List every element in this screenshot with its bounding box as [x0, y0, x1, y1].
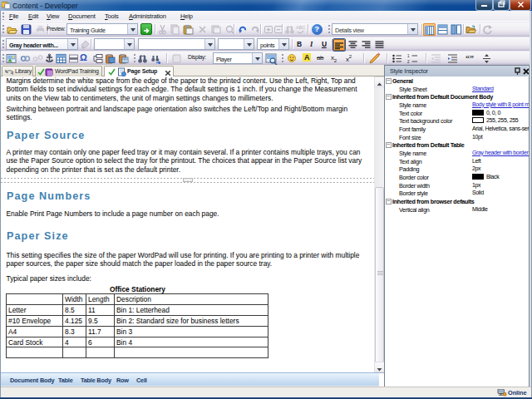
svg-text:ABC: ABC — [296, 25, 305, 30]
svg-text:1: 1 — [407, 54, 410, 58]
svg-text:”: ” — [470, 54, 474, 63]
svg-text:2: 2 — [407, 60, 410, 64]
